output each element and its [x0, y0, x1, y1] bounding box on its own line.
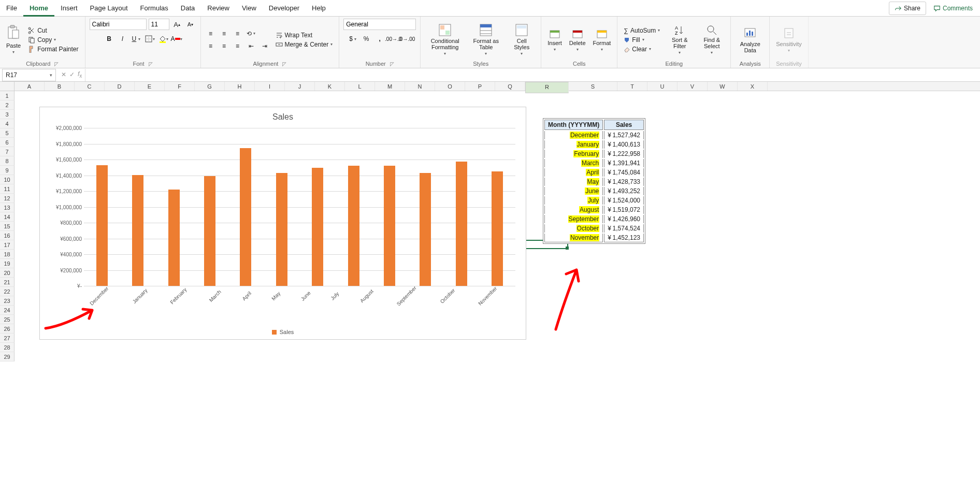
- sales-cell[interactable]: ¥1,400,613: [604, 140, 644, 149]
- row-header-12[interactable]: 12: [0, 194, 15, 203]
- dialog-launcher-icon[interactable]: ◸: [390, 61, 394, 67]
- row-header-6[interactable]: 6: [0, 138, 15, 147]
- table-row[interactable]: January¥1,400,613: [544, 140, 644, 149]
- table-header-sales[interactable]: Sales: [604, 120, 644, 130]
- sales-cell[interactable]: ¥1,574,524: [604, 224, 644, 233]
- row-header-16[interactable]: 16: [0, 231, 15, 240]
- row-header-29[interactable]: 29: [0, 352, 15, 361]
- bar[interactable]: [492, 171, 503, 286]
- align-middle-icon[interactable]: ≡: [219, 28, 230, 39]
- col-header-S[interactable]: S: [569, 82, 617, 91]
- decrease-decimal-button[interactable]: .0→.00: [401, 33, 412, 45]
- bar[interactable]: [132, 175, 143, 286]
- align-left-icon[interactable]: ≡: [205, 40, 217, 52]
- month-cell[interactable]: April: [586, 169, 599, 176]
- col-header-A[interactable]: A: [15, 82, 45, 91]
- col-header-N[interactable]: N: [405, 82, 435, 91]
- font-name-select[interactable]: [90, 19, 147, 30]
- row-header-13[interactable]: 13: [0, 203, 15, 212]
- font-size-select[interactable]: [149, 19, 169, 30]
- bar[interactable]: [384, 166, 395, 286]
- col-header-J[interactable]: J: [285, 82, 315, 91]
- table-row[interactable]: October¥1,574,524: [544, 224, 644, 233]
- month-cell[interactable]: October: [577, 225, 600, 232]
- tab-view[interactable]: View: [236, 0, 263, 17]
- fill-color-button[interactable]: ▾: [157, 33, 169, 45]
- italic-button[interactable]: I: [117, 33, 128, 45]
- sales-cell[interactable]: ¥1,493,252: [604, 187, 644, 195]
- bold-button[interactable]: B: [104, 33, 115, 45]
- row-header-26[interactable]: 26: [0, 324, 15, 334]
- find-select-button[interactable]: Find & Select▾: [697, 23, 726, 56]
- table-row[interactable]: November¥1,452,123: [544, 234, 644, 242]
- col-header-D[interactable]: D: [105, 82, 135, 91]
- align-right-icon[interactable]: ≡: [232, 40, 243, 52]
- row-header-20[interactable]: 20: [0, 268, 15, 278]
- col-header-X[interactable]: X: [738, 82, 768, 91]
- fill-button[interactable]: Fill▾: [622, 36, 662, 44]
- font-color-button[interactable]: A▾: [171, 33, 182, 45]
- increase-font-icon[interactable]: A▴: [171, 19, 183, 30]
- merge-center-button[interactable]: Merge & Center▾: [273, 40, 335, 49]
- row-header-28[interactable]: 28: [0, 343, 15, 352]
- col-header-O[interactable]: O: [435, 82, 465, 91]
- format-as-table-button[interactable]: Format as Table▾: [468, 22, 503, 57]
- tab-data[interactable]: Data: [175, 0, 201, 17]
- tab-developer[interactable]: Developer: [263, 0, 306, 17]
- col-header-E[interactable]: E: [135, 82, 165, 91]
- col-header-L[interactable]: L: [345, 82, 375, 91]
- row-header-27[interactable]: 27: [0, 334, 15, 343]
- sales-cell[interactable]: ¥1,519,072: [604, 206, 644, 214]
- accounting-format-button[interactable]: $ ▾: [347, 33, 358, 45]
- row-header-8[interactable]: 8: [0, 156, 15, 166]
- col-header-Q[interactable]: Q: [495, 82, 525, 91]
- table-row[interactable]: December¥1,527,942: [544, 131, 644, 139]
- align-bottom-icon[interactable]: ≡: [232, 28, 243, 39]
- bar[interactable]: [420, 173, 431, 286]
- month-cell[interactable]: May: [587, 178, 600, 185]
- row-header-25[interactable]: 25: [0, 315, 15, 324]
- format-painter-button[interactable]: Format Painter: [26, 45, 80, 53]
- worksheet-grid[interactable]: ABCDEFGHIJKLMNOPQRSTUVWX 123456789101112…: [0, 82, 980, 475]
- bar[interactable]: [312, 168, 323, 286]
- row-header-1[interactable]: 1: [0, 91, 15, 100]
- cell-styles-button[interactable]: Cell Styles▾: [507, 22, 537, 57]
- data-table[interactable]: Month (YYYYMM) Sales December¥1,527,942J…: [543, 118, 645, 244]
- month-cell[interactable]: September: [568, 215, 600, 223]
- row-header-23[interactable]: 23: [0, 296, 15, 306]
- select-all-corner[interactable]: [0, 82, 15, 91]
- col-header-M[interactable]: M: [375, 82, 405, 91]
- table-row[interactable]: September¥1,426,960: [544, 215, 644, 223]
- row-header-17[interactable]: 17: [0, 240, 15, 250]
- sales-cell[interactable]: ¥1,222,958: [604, 150, 644, 158]
- col-header-I[interactable]: I: [255, 82, 285, 91]
- tab-formulas[interactable]: Formulas: [134, 0, 175, 17]
- borders-button[interactable]: ▾: [144, 33, 155, 45]
- indent-increase-icon[interactable]: ⇥: [259, 40, 270, 52]
- bar[interactable]: [204, 176, 215, 286]
- col-header-P[interactable]: P: [465, 82, 495, 91]
- accept-formula-icon[interactable]: ✓: [69, 71, 75, 78]
- copy-button[interactable]: Copy ▾: [26, 36, 80, 44]
- dialog-launcher-icon[interactable]: ◸: [149, 61, 153, 67]
- col-header-W[interactable]: W: [708, 82, 738, 91]
- clear-button[interactable]: Clear▾: [622, 45, 662, 53]
- sales-cell[interactable]: ¥1,452,123: [604, 234, 644, 242]
- sales-cell[interactable]: ¥1,391,941: [604, 159, 644, 167]
- month-cell[interactable]: June: [585, 187, 599, 195]
- sales-cell[interactable]: ¥1,428,733: [604, 178, 644, 186]
- col-header-C[interactable]: C: [75, 82, 105, 91]
- tab-review[interactable]: Review: [201, 0, 236, 17]
- plot-area[interactable]: ¥-¥200,000¥400,000¥600,000¥800,000¥1,000…: [84, 128, 515, 286]
- row-header-18[interactable]: 18: [0, 250, 15, 259]
- month-cell[interactable]: July: [587, 197, 599, 204]
- chart-title[interactable]: Sales: [40, 107, 526, 124]
- decrease-font-icon[interactable]: A▾: [185, 19, 196, 30]
- delete-cells-button[interactable]: Delete▾: [567, 26, 588, 53]
- sales-cell[interactable]: ¥1,745,084: [604, 168, 644, 177]
- cells-area[interactable]: Sales ¥-¥200,000¥400,000¥600,000¥800,000…: [15, 91, 980, 475]
- table-row[interactable]: April¥1,745,084: [544, 168, 644, 177]
- row-header-3[interactable]: 3: [0, 110, 15, 119]
- tab-home[interactable]: Home: [23, 0, 54, 17]
- bar[interactable]: [456, 162, 467, 286]
